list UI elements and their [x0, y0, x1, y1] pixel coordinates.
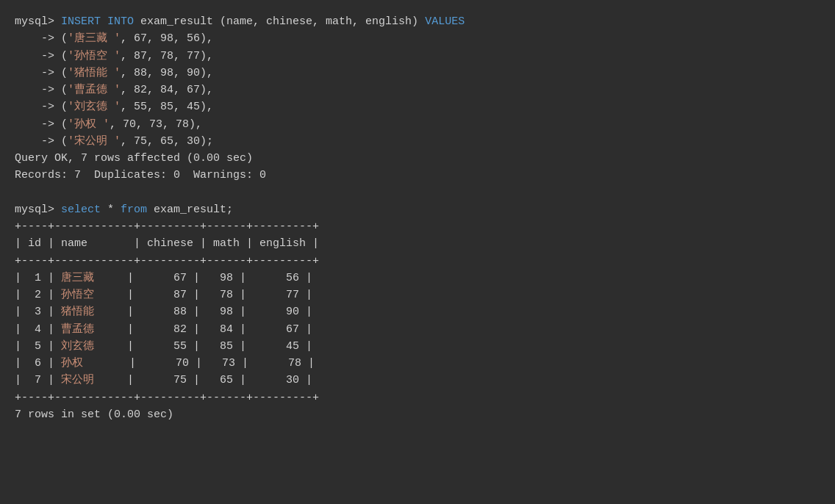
- rows-in-set: 7 rows in set (0.00 sec): [15, 406, 820, 423]
- table-row: | 4 | 曹孟德 | 82 | 84 | 67 |: [15, 321, 820, 338]
- insert-row-7: -> ('宋公明 ', 75, 65, 30);: [15, 133, 820, 150]
- insert-row-5: -> ('刘玄德 ', 55, 85, 45),: [15, 98, 820, 115]
- table-row: | 2 | 孙悟空 | 87 | 78 | 77 |: [15, 287, 820, 303]
- table-row: | 7 | 宋公明 | 75 | 65 | 30 |: [15, 372, 820, 389]
- table-row: | 3 | 猪悟能 | 88 | 98 | 90 |: [15, 303, 820, 320]
- insert-row-4: -> ('曹孟德 ', 82, 84, 67),: [15, 82, 820, 98]
- table-row: | 6 | 孙权 | 70 | 73 | 78 |: [15, 355, 820, 372]
- insert-row-2: -> ('孙悟空 ', 87, 78, 77),: [15, 48, 820, 65]
- insert-command-line: mysql> INSERT INTO exam_result (name, ch…: [15, 13, 820, 30]
- table-header-row: | id | name | chinese | math | english |: [15, 235, 820, 252]
- empty-line: [15, 184, 820, 201]
- insert-row-1: -> ('唐三藏 ', 67, 98, 56),: [15, 30, 820, 47]
- records-line: Records: 7 Duplicates: 0 Warnings: 0: [15, 167, 820, 184]
- table-bottom-border: +----+------------+---------+------+----…: [15, 389, 820, 406]
- table-row: | 5 | 刘玄德 | 55 | 85 | 45 |: [15, 338, 820, 355]
- terminal: mysql> INSERT INTO exam_result (name, ch…: [15, 13, 820, 423]
- table-sep-border: +----+------------+---------+------+----…: [15, 253, 820, 270]
- select-command: mysql> select * from exam_result;: [15, 201, 820, 218]
- query-ok: Query OK, 7 rows affected (0.00 sec): [15, 150, 820, 167]
- table-top-border: +----+------------+---------+------+----…: [15, 218, 820, 235]
- insert-row-6: -> ('孙权 ', 70, 73, 78),: [15, 116, 820, 133]
- insert-row-3: -> ('猪悟能 ', 88, 98, 90),: [15, 65, 820, 82]
- table-row: | 1 | 唐三藏 | 67 | 98 | 56 |: [15, 270, 820, 287]
